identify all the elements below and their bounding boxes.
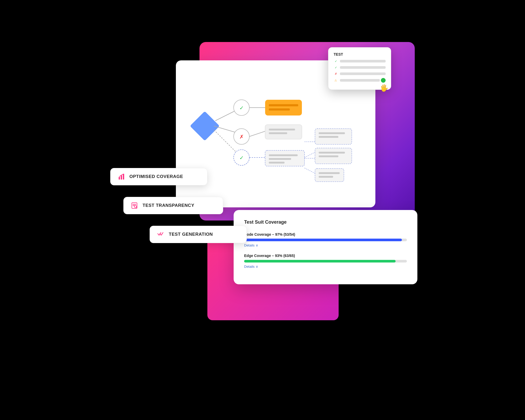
- svg-rect-13: [269, 129, 295, 130]
- test-bar-1: [340, 60, 386, 62]
- test-generation-label: TEST GENERATION: [169, 232, 213, 237]
- test-bar-4: [340, 79, 380, 82]
- svg-rect-20: [269, 154, 298, 156]
- node-coverage-bar-fill: [244, 239, 402, 241]
- test-panel-title: TEST: [334, 52, 386, 56]
- node-coverage-item: Node Coverage – 97% (53/54) Details ∨: [244, 232, 407, 247]
- svg-line-1: [215, 110, 236, 121]
- svg-text:✓: ✓: [239, 155, 244, 161]
- svg-rect-37: [121, 175, 122, 180]
- chart-icon: [117, 172, 126, 181]
- svg-line-27: [304, 152, 315, 158]
- test-item-1: ✓: [334, 59, 386, 63]
- cursor-icon: 🖐: [380, 84, 388, 92]
- edge-coverage-bar-fill: [244, 260, 396, 262]
- svg-line-11: [249, 131, 265, 136]
- svg-rect-14: [269, 132, 287, 134]
- svg-rect-29: [319, 152, 345, 154]
- details-label-edge: Details: [244, 265, 255, 269]
- edge-coverage-label: Edge Coverage – 93% (63/65): [244, 254, 407, 258]
- svg-line-15: [214, 130, 236, 152]
- coverage-title: Test Suit Coverage: [244, 219, 407, 225]
- coverage-card: Test Suit Coverage Node Coverage – 97% (…: [234, 210, 417, 284]
- svg-rect-26: [319, 136, 338, 138]
- svg-line-31: [304, 168, 315, 173]
- svg-rect-30: [319, 155, 338, 157]
- test-item-3: ✗: [334, 72, 386, 76]
- optimised-coverage-button[interactable]: OPTIMISED COVERAGE: [110, 168, 207, 185]
- svg-rect-25: [319, 132, 345, 134]
- svg-rect-0: [190, 111, 219, 141]
- svg-line-8: [214, 126, 236, 133]
- chevron-down-icon-node: ∨: [256, 243, 258, 247]
- edge-coverage-item: Edge Coverage – 93% (63/65) Details ∨: [244, 254, 407, 269]
- svg-rect-12: [265, 125, 302, 139]
- svg-rect-33: [319, 172, 340, 174]
- svg-rect-40: [133, 204, 136, 205]
- test-item-4: ⚠: [334, 78, 386, 83]
- svg-rect-7: [269, 108, 290, 111]
- svg-rect-32: [315, 169, 344, 182]
- test-bar-3: [340, 72, 386, 75]
- svg-rect-6: [269, 104, 298, 106]
- svg-rect-21: [269, 158, 291, 160]
- test-bar-2: [340, 66, 386, 69]
- warn-icon: ⚠: [334, 78, 338, 82]
- optimised-coverage-label: OPTIMISED COVERAGE: [129, 174, 183, 179]
- svg-rect-5: [265, 100, 302, 116]
- pass-icon-1: ✓: [334, 59, 338, 63]
- fail-icon: ✗: [334, 72, 338, 76]
- edge-coverage-bar-bg: [244, 260, 407, 262]
- search-icon: [130, 201, 139, 210]
- test-generation-button[interactable]: TEST GENERATION: [150, 226, 247, 243]
- node-details-link[interactable]: Details ∨: [244, 243, 407, 247]
- green-dot: [381, 78, 386, 83]
- flow-diagram-svg: ✓ ✗ ✓: [186, 71, 365, 197]
- svg-text:✗: ✗: [239, 134, 244, 140]
- chevron-down-icon-edge: ∨: [256, 265, 258, 269]
- test-panel-card: TEST ✓ ✓ ✗ ⚠ 🖐: [328, 47, 391, 90]
- svg-rect-22: [269, 162, 285, 164]
- details-label-node: Details: [244, 243, 255, 247]
- svg-rect-36: [119, 177, 120, 180]
- node-coverage-bar-bg: [244, 239, 407, 241]
- edge-details-link[interactable]: Details ∨: [244, 265, 407, 269]
- node-coverage-label: Node Coverage – 97% (53/54): [244, 232, 407, 237]
- svg-point-42: [134, 206, 136, 208]
- check-multiple-icon: [157, 230, 165, 239]
- svg-text:✓: ✓: [239, 105, 244, 111]
- test-transparency-label: TEST TRANSPARENCY: [143, 203, 194, 208]
- test-transparency-button[interactable]: TEST TRANSPARENCY: [123, 197, 223, 214]
- pass-icon-2: ✓: [334, 65, 338, 70]
- test-item-2: ✓: [334, 65, 386, 70]
- svg-rect-34: [319, 176, 333, 178]
